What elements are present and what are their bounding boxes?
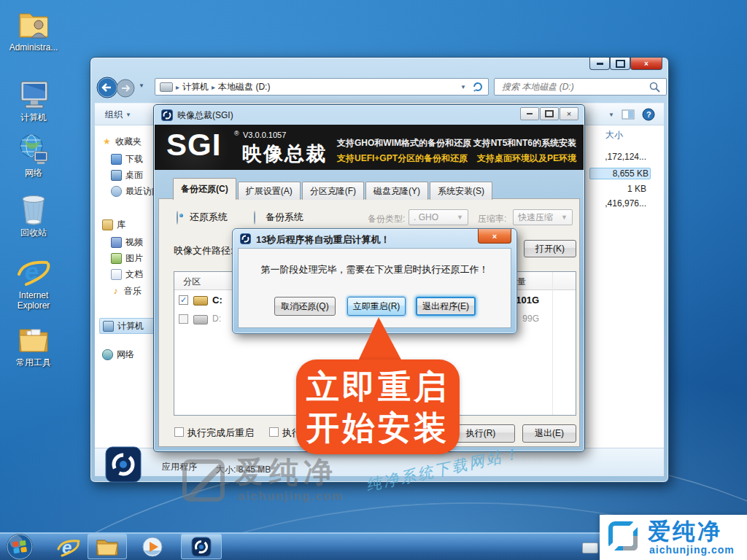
breadcrumb-computer[interactable]: 计算机 xyxy=(182,81,209,93)
file-size-cell[interactable]: ,416,976... xyxy=(589,198,646,209)
aichunjing-logo xyxy=(608,521,638,551)
logo-gray-corner xyxy=(623,546,638,551)
sgi-taskbar-icon xyxy=(191,537,212,557)
check-icon: ✓ xyxy=(180,295,187,305)
desktop-icon xyxy=(111,170,122,181)
partition-checkbox-d[interactable] xyxy=(179,314,188,324)
backup-system-radio[interactable] xyxy=(254,211,255,225)
preview-pane-icon[interactable] xyxy=(622,109,635,120)
taskbar-sgi-button[interactable] xyxy=(181,534,222,559)
restart-now-button[interactable]: 立即重启(R) xyxy=(347,297,406,316)
cancel-restore-button[interactable]: 取消还原(Q) xyxy=(274,297,336,316)
partition-name: D: xyxy=(212,314,221,324)
user-folder-icon xyxy=(17,7,50,41)
minimize-icon xyxy=(597,63,603,65)
file-size-cell[interactable]: 1 KB xyxy=(589,184,646,194)
network-globe-icon xyxy=(17,133,50,166)
desktop-icon-administrator[interactable]: Administra... xyxy=(3,7,64,52)
desktop-icon-computer[interactable]: 计算机 xyxy=(3,79,64,122)
quit-program-button[interactable]: 退出程序(E) xyxy=(416,297,476,316)
search-box[interactable] xyxy=(494,78,667,96)
open-button[interactable]: 打开(K) xyxy=(524,240,576,257)
tab-extended-settings[interactable]: 扩展设置(A) xyxy=(238,182,301,200)
sgi-header-banner: SGI ® V3.0.0.1057 映像总裁 支持GHO和WIM格式的备份和还原… xyxy=(155,125,584,170)
search-input[interactable] xyxy=(500,81,642,93)
sgi-minimize-button[interactable] xyxy=(520,107,539,120)
nav-history-caret-icon[interactable]: ▼ xyxy=(139,82,144,89)
language-keyboard-icon[interactable] xyxy=(582,542,598,553)
desktop-icon-internet-explorer[interactable]: e Internet Explorer xyxy=(3,255,64,311)
pictures-icon xyxy=(111,253,122,264)
recycle-bin-icon xyxy=(18,192,50,226)
address-bar[interactable]: ▸ 计算机 ▸ 本地磁盘 (D:) ▼ xyxy=(155,78,489,96)
desktop-icon-network[interactable]: 网络 xyxy=(3,133,64,178)
disk-icon xyxy=(193,315,208,324)
sidebar-label: 收藏夹 xyxy=(115,136,142,148)
file-size-cell[interactable]: ,172,124... xyxy=(589,152,646,162)
callout-pointer xyxy=(349,316,410,364)
sidebar-label: 文档 xyxy=(125,268,143,281)
compress-rate-combo[interactable]: 快速压缩 ▼ xyxy=(513,209,573,225)
sgi-version: V3.0.0.1057 xyxy=(243,131,286,139)
dialog-close-button[interactable]: × xyxy=(478,229,511,244)
tab-system-install[interactable]: 系统安装(S) xyxy=(430,182,492,200)
desktop-icon-label: 网络 xyxy=(3,168,64,178)
restore-system-label: 还原系统 xyxy=(190,211,228,224)
partition-checkbox-c[interactable]: ✓ xyxy=(179,295,188,305)
star-icon: ★ xyxy=(102,137,112,147)
restore-system-radio[interactable] xyxy=(177,211,178,225)
restart-after-label: 执行完成后重启 xyxy=(187,427,254,440)
footer-brand-name: 爱纯净 xyxy=(648,516,722,547)
callout-bubble: 立即重启 开始安装 xyxy=(296,359,460,454)
forward-button[interactable] xyxy=(116,79,135,98)
explorer-close-button[interactable]: × xyxy=(630,58,662,70)
feature-text: 支持GHO和WIM格式的备份和还原 xyxy=(337,137,471,149)
taskbar-explorer-button[interactable] xyxy=(88,534,127,559)
refresh-icon[interactable] xyxy=(472,81,484,93)
sgi-maximize-button[interactable] xyxy=(540,107,559,120)
tab-label: 磁盘克隆(Y) xyxy=(374,185,420,198)
organize-label: 组织 xyxy=(105,109,123,121)
dialog-title: 13秒后程序将自动重启计算机！ xyxy=(256,233,390,246)
address-dropdown-caret-icon[interactable]: ▼ xyxy=(460,84,466,90)
search-icon[interactable] xyxy=(649,82,660,93)
watermark-center: 爱纯净 aichunjing.com xyxy=(179,452,369,516)
organize-button[interactable]: 组织 ▼ xyxy=(99,106,137,124)
desktop-icon-tools-folder[interactable]: 常用工具 xyxy=(3,324,64,368)
partition-name: C: xyxy=(212,295,222,306)
desktop-icon-recycle-bin[interactable]: 回收站 xyxy=(3,192,64,238)
file-size-cell-selected[interactable]: 8,655 KB xyxy=(589,168,651,179)
tab-backup-restore[interactable]: 备份还原(C) xyxy=(173,178,236,200)
sgi-close-button[interactable]: × xyxy=(560,107,578,120)
restart-after-checkbox[interactable] xyxy=(174,427,184,437)
explorer-folder-icon xyxy=(96,537,119,556)
dialog-icon xyxy=(240,233,251,244)
video-icon xyxy=(111,237,122,248)
organize-caret-icon: ▼ xyxy=(125,112,131,118)
second-option-checkbox[interactable] xyxy=(269,427,279,437)
sgi-brand: 映像总裁 xyxy=(242,141,327,167)
desktop-icon-label: 常用工具 xyxy=(3,357,64,368)
backup-type-label: 备份类型: xyxy=(368,213,405,225)
taskbar-ie-icon[interactable]: e xyxy=(57,536,80,558)
taskbar-media-player-icon[interactable] xyxy=(142,536,163,558)
breadcrumb-current[interactable]: 本地磁盘 (D:) xyxy=(218,81,270,93)
sidebar-label: 图片 xyxy=(125,252,143,265)
document-icon xyxy=(111,269,122,280)
explorer-minimize-button[interactable] xyxy=(589,58,610,70)
views-caret-icon[interactable]: ▼ xyxy=(608,112,614,118)
help-icon[interactable]: ? xyxy=(642,108,655,121)
watermark-brand: 爱纯净 xyxy=(235,452,338,492)
feature-text: 支持桌面环境以及PE环境 xyxy=(477,152,576,165)
tab-partition-clone[interactable]: 分区克隆(F) xyxy=(302,182,364,200)
sidebar-label: 桌面 xyxy=(125,169,143,182)
folder-icon xyxy=(17,324,50,356)
back-button[interactable] xyxy=(96,77,118,98)
partition-column-header[interactable]: 分区 xyxy=(183,276,201,288)
backup-type-combo[interactable]: . GHO ▼ xyxy=(409,209,468,225)
size-column-header[interactable]: 大小 xyxy=(605,129,623,141)
quit-program-label: 退出程序(E) xyxy=(422,300,469,313)
explorer-maximize-button[interactable] xyxy=(610,58,630,70)
start-button[interactable] xyxy=(6,533,34,560)
tab-disk-clone[interactable]: 磁盘克隆(Y) xyxy=(365,182,428,200)
